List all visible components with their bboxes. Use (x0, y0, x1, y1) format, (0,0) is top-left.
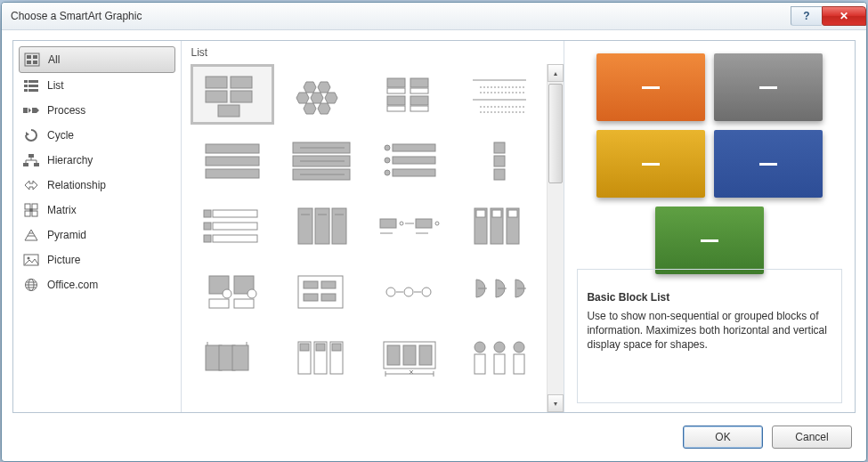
svg-rect-10 (28, 89, 38, 92)
scroll-up-button[interactable]: ▴ (548, 64, 564, 82)
svg-rect-126 (300, 344, 309, 351)
category-all[interactable]: All (19, 46, 175, 73)
svg-rect-61 (206, 157, 259, 166)
gallery-scrollbar[interactable]: ▴ ▾ (547, 64, 564, 412)
all-icon (23, 53, 41, 67)
thumb-basic-block-list[interactable] (191, 64, 274, 125)
svg-rect-108 (234, 299, 254, 308)
category-list: All List Process Cycle Hierarchy Relatio… (13, 41, 182, 412)
thumb-grouped-list[interactable] (369, 328, 452, 388)
svg-marker-41 (311, 93, 323, 103)
svg-marker-40 (318, 82, 330, 93)
ok-button[interactable]: OK (683, 426, 763, 449)
preview-block-5 (655, 207, 764, 274)
dialog-title: Choose a SmartArt Graphic (2, 10, 142, 22)
svg-rect-20 (25, 204, 30, 209)
scroll-thumb[interactable] (548, 84, 563, 183)
svg-rect-21 (32, 204, 37, 209)
svg-rect-12 (32, 108, 37, 113)
category-list-item[interactable]: List (13, 73, 181, 98)
help-button[interactable]: ? (791, 6, 822, 26)
thumb-alternating-hexagons[interactable] (280, 64, 363, 125)
svg-rect-9 (24, 89, 28, 92)
thumb-lined-list[interactable] (458, 64, 541, 125)
svg-rect-93 (416, 219, 432, 228)
svg-rect-49 (410, 88, 428, 93)
svg-marker-43 (296, 93, 309, 103)
thumb-stacked-list[interactable] (191, 262, 274, 322)
svg-rect-102 (508, 210, 517, 217)
process-icon (22, 103, 40, 118)
thumb-vertical-block-list[interactable] (280, 196, 363, 256)
thumb-descending-block[interactable] (458, 262, 541, 322)
svg-rect-74 (393, 169, 435, 176)
thumb-vertical-picture-accent[interactable] (458, 196, 541, 256)
thumb-vertical-bracket-list[interactable] (280, 130, 363, 190)
category-label: Picture (47, 254, 80, 266)
svg-rect-53 (410, 106, 428, 111)
svg-point-24 (29, 208, 33, 212)
chevron-up-icon: ▴ (554, 69, 557, 77)
svg-rect-110 (304, 281, 318, 288)
category-picture[interactable]: Picture (13, 247, 181, 272)
thumb-horizontal-bullet-list[interactable] (369, 196, 452, 256)
scroll-track[interactable] (548, 82, 564, 394)
svg-rect-3 (27, 61, 31, 64)
category-relationship[interactable]: Relationship (13, 173, 181, 198)
thumb-vertical-box-list[interactable] (191, 130, 274, 190)
svg-rect-138 (494, 354, 505, 374)
svg-rect-7 (24, 85, 28, 87)
category-cycle[interactable]: Cycle (13, 123, 181, 148)
thumb-square-accent-list[interactable] (191, 196, 274, 256)
thumb-circle-accent-timeline[interactable] (458, 328, 541, 388)
picture-icon (22, 253, 40, 267)
preview-description: Use to show non-sequential or grouped bl… (587, 309, 832, 353)
svg-rect-38 (218, 105, 239, 117)
thumb-picture-caption-list[interactable] (369, 64, 452, 125)
svg-rect-136 (475, 354, 485, 374)
svg-point-28 (28, 257, 30, 260)
category-label: Relationship (47, 179, 106, 191)
category-matrix[interactable]: Matrix (13, 198, 181, 223)
thumb-table-list[interactable] (191, 328, 274, 388)
svg-rect-36 (206, 91, 227, 102)
category-pyramid[interactable]: Pyramid (13, 223, 181, 247)
svg-rect-50 (387, 96, 405, 105)
category-officecom[interactable]: Office.com (13, 272, 181, 297)
svg-rect-130 (332, 344, 341, 351)
svg-point-69 (385, 145, 390, 150)
svg-rect-76 (494, 156, 505, 166)
cancel-button[interactable]: Cancel (772, 426, 852, 449)
thumb-pie-process[interactable] (369, 262, 452, 322)
preview-pane: Basic Block List Use to show non-sequent… (564, 41, 855, 412)
scroll-down-button[interactable]: ▾ (548, 394, 564, 412)
category-hierarchy[interactable]: Hierarchy (13, 148, 181, 173)
preview-block-4 (714, 130, 823, 198)
svg-rect-78 (204, 210, 211, 217)
thumb-tab-list[interactable] (458, 130, 541, 190)
svg-rect-109 (298, 276, 343, 308)
list-icon (22, 78, 40, 93)
svg-point-135 (475, 342, 485, 353)
dialog-buttons: OK Cancel (683, 426, 852, 449)
svg-rect-4 (33, 61, 37, 64)
dialog-body: All List Process Cycle Hierarchy Relatio… (12, 40, 856, 413)
svg-point-106 (247, 289, 256, 298)
category-process[interactable]: Process (13, 98, 181, 123)
category-label: List (47, 79, 64, 92)
svg-rect-132 (387, 345, 400, 365)
svg-rect-134 (419, 345, 432, 365)
close-button[interactable]: ✕ (822, 6, 866, 26)
thumb-increasing-circle[interactable] (280, 262, 363, 322)
svg-point-137 (494, 342, 505, 353)
svg-rect-140 (514, 354, 524, 374)
svg-rect-133 (403, 345, 416, 365)
svg-rect-8 (28, 85, 38, 87)
thumb-segmented-process[interactable] (280, 328, 363, 388)
svg-rect-13 (28, 154, 34, 158)
svg-marker-44 (304, 103, 316, 114)
titlebar: Choose a SmartArt Graphic ? ✕ (2, 3, 866, 30)
svg-rect-70 (393, 144, 435, 151)
svg-rect-60 (206, 144, 259, 153)
thumb-varying-width-list[interactable] (369, 130, 452, 190)
